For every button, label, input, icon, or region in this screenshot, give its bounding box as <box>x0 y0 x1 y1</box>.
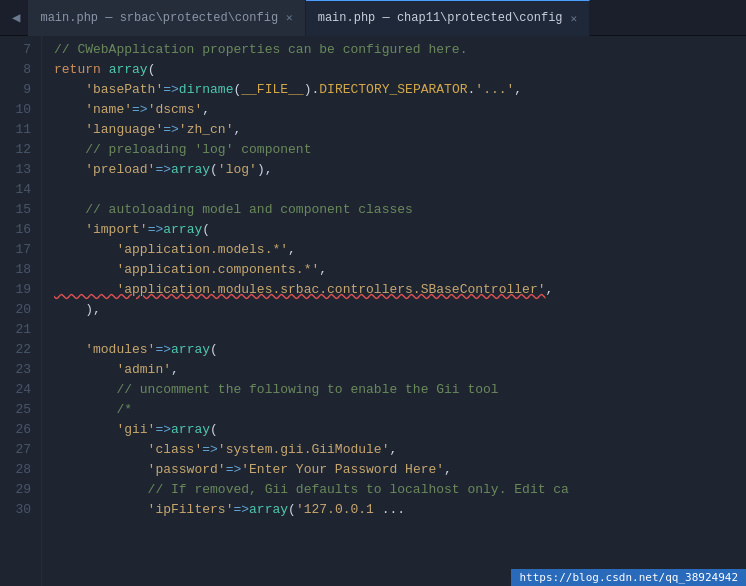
nav-arrow[interactable]: ◀ <box>4 9 28 26</box>
token-arrow: => <box>163 122 179 137</box>
code-line: 'class'=>'system.gii.GiiModule', <box>54 440 746 460</box>
line-number: 22 <box>0 340 41 360</box>
token-arrow: => <box>233 502 249 517</box>
token-punct: ), <box>54 302 101 317</box>
code-line: 'application.components.*', <box>54 260 746 280</box>
token-arrow: => <box>148 222 164 237</box>
token-string: 'name' <box>54 102 132 117</box>
code-line: 'application.modules.srbac.controllers.S… <box>54 280 746 300</box>
line-number: 11 <box>0 120 41 140</box>
token-string: '...' <box>475 82 514 97</box>
code-line: /* <box>54 400 746 420</box>
token-punct: , <box>319 262 327 277</box>
token-func: dirname <box>179 82 234 97</box>
tab-chap11-close[interactable]: ✕ <box>571 12 578 25</box>
code-line: // uncomment the following to enable the… <box>54 380 746 400</box>
token-punct: , <box>171 362 179 377</box>
token-string: 'import' <box>54 222 148 237</box>
token-text: ... <box>374 502 405 517</box>
line-number: 26 <box>0 420 41 440</box>
code-line: return array( <box>54 60 746 80</box>
tab-bar: ◀ main.php — srbac\protected\config ✕ ma… <box>0 0 746 36</box>
token-punct: ( <box>202 222 210 237</box>
code-line: ), <box>54 300 746 320</box>
token-arrow: => <box>155 422 171 437</box>
line-number: 16 <box>0 220 41 240</box>
token-string: 'modules' <box>54 342 155 357</box>
token-func: array <box>171 342 210 357</box>
token-comment: // CWebApplication properties can be con… <box>54 42 467 57</box>
token-comment: // preloading 'log' component <box>54 142 311 157</box>
token-punct: ( <box>210 422 218 437</box>
code-line: 'basePath'=>dirname(__FILE__).DIRECTORY_… <box>54 80 746 100</box>
line-number: 18 <box>0 260 41 280</box>
line-numbers: 7891011121314151617181920212223242526272… <box>0 36 42 586</box>
token-func: array <box>109 62 148 77</box>
token-string: 'basePath' <box>54 82 163 97</box>
code-line: 'ipFilters'=>array('127.0.0.1 ... <box>54 500 746 520</box>
token-text <box>101 62 109 77</box>
token-punct: ). <box>304 82 320 97</box>
code-line: 'admin', <box>54 360 746 380</box>
token-punct: ), <box>257 162 273 177</box>
line-number: 20 <box>0 300 41 320</box>
line-number: 19 <box>0 280 41 300</box>
code-line: 'application.models.*', <box>54 240 746 260</box>
code-line <box>54 180 746 200</box>
tab-srbac-close[interactable]: ✕ <box>286 11 293 24</box>
line-number: 27 <box>0 440 41 460</box>
token-keyword: return <box>54 62 101 77</box>
code-container: 7891011121314151617181920212223242526272… <box>0 36 746 586</box>
token-punct: ( <box>288 502 296 517</box>
code-line: 'password'=>'Enter Your Password Here', <box>54 460 746 480</box>
token-arrow: => <box>132 102 148 117</box>
token-punct: , <box>233 122 241 137</box>
line-number: 9 <box>0 80 41 100</box>
token-func: array <box>249 502 288 517</box>
token-punct: ( <box>210 162 218 177</box>
token-comment: /* <box>54 402 132 417</box>
token-punct: ( <box>210 342 218 357</box>
token-punct: , <box>444 462 452 477</box>
token-string: 'Enter Your Password Here' <box>241 462 444 477</box>
line-number: 28 <box>0 460 41 480</box>
token-string: 'zh_cn' <box>179 122 234 137</box>
token-string: 'admin' <box>54 362 171 377</box>
token-punct: , <box>389 442 397 457</box>
token-string: '127.0.0.1 <box>296 502 374 517</box>
token-string: 'system.gii.GiiModule' <box>218 442 390 457</box>
line-number: 13 <box>0 160 41 180</box>
code-line: 'modules'=>array( <box>54 340 746 360</box>
token-const: DIRECTORY_SEPARATOR <box>319 82 467 97</box>
code-line: // CWebApplication properties can be con… <box>54 40 746 60</box>
line-number: 14 <box>0 180 41 200</box>
token-comment: // If removed, Gii defaults to localhost… <box>54 482 569 497</box>
line-number: 21 <box>0 320 41 340</box>
token-punct: , <box>545 282 553 297</box>
tab-srbac-label: main.php — srbac\protected\config <box>40 11 278 25</box>
code-line: 'preload'=>array('log'), <box>54 160 746 180</box>
line-number: 15 <box>0 200 41 220</box>
tab-chap11[interactable]: main.php — chap11\protected\config ✕ <box>306 0 590 36</box>
code-line: 'language'=>'zh_cn', <box>54 120 746 140</box>
token-arrow: => <box>202 442 218 457</box>
code-line <box>54 320 746 340</box>
line-number: 24 <box>0 380 41 400</box>
code-line: 'name'=>'dscms', <box>54 100 746 120</box>
token-punct: ( <box>148 62 156 77</box>
tab-srbac[interactable]: main.php — srbac\protected\config ✕ <box>28 0 305 36</box>
code-line: // autoloading model and component class… <box>54 200 746 220</box>
code-line: // preloading 'log' component <box>54 140 746 160</box>
token-string: 'preload' <box>54 162 155 177</box>
token-comment: // autoloading model and component class… <box>54 202 413 217</box>
line-number: 8 <box>0 60 41 80</box>
token-func: array <box>163 222 202 237</box>
token-string_underline: 'application.modules.srbac.controllers.S… <box>54 282 545 297</box>
token-arrow: => <box>163 82 179 97</box>
line-number: 17 <box>0 240 41 260</box>
token-func: array <box>171 162 210 177</box>
line-number: 7 <box>0 40 41 60</box>
code-lines: // CWebApplication properties can be con… <box>42 36 746 586</box>
token-arrow: => <box>226 462 242 477</box>
token-const: __FILE__ <box>241 82 303 97</box>
